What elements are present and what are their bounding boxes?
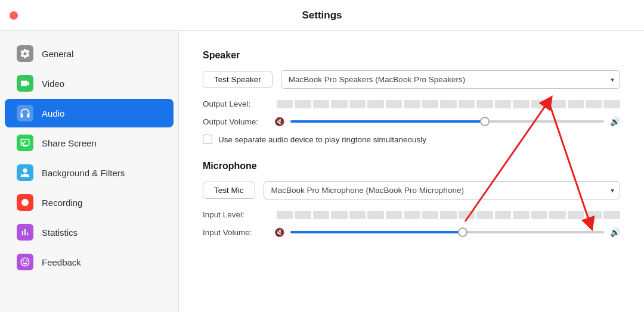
sidebar-item-video[interactable]: Video (5, 69, 174, 98)
level-bar (549, 100, 565, 108)
volume-low-icon: 🔇 (274, 117, 284, 126)
speaker-section: Speaker Test Speaker MacBook Pro Speaker… (203, 50, 620, 144)
speaker-section-title: Speaker (203, 50, 620, 61)
mic-select[interactable]: MacBook Pro Microphone (MacBook Pro Micr… (264, 181, 620, 199)
page-title: Settings (302, 10, 342, 21)
main-content: General Video Audio Share Screen (0, 31, 644, 312)
level-bar (603, 211, 620, 219)
input-volume-label: Input Volume: (203, 228, 268, 237)
level-bar (513, 100, 529, 108)
level-bar (549, 211, 565, 219)
sidebar-item-label: Recording (42, 198, 82, 208)
level-bar (586, 100, 602, 108)
svg-point-0 (21, 199, 29, 206)
sidebar-item-background[interactable]: Background & Filters (5, 158, 174, 187)
sidebar-item-label: Feedback (42, 257, 81, 267)
output-level-row: Output Level: (203, 99, 620, 108)
level-bar (603, 100, 620, 108)
input-volume-slider[interactable] (290, 231, 604, 233)
ringtone-checkbox[interactable] (203, 135, 212, 144)
sidebar: General Video Audio Share Screen (0, 31, 179, 312)
level-bar (476, 100, 493, 108)
level-bar (295, 100, 311, 108)
output-volume-thumb[interactable] (480, 117, 490, 126)
output-volume-row: Output Volume: 🔇 🔊 (203, 117, 620, 126)
level-bar (422, 211, 438, 219)
sidebar-item-label: Audio (42, 108, 64, 118)
headphones-icon (17, 105, 33, 121)
level-bar (440, 100, 456, 108)
close-button[interactable] (10, 11, 18, 20)
settings-panel: Speaker Test Speaker MacBook Pro Speaker… (179, 31, 644, 312)
mic-select-wrapper: MacBook Pro Microphone (MacBook Pro Micr… (264, 181, 620, 199)
level-bar (349, 211, 366, 219)
sidebar-item-audio[interactable]: Audio (5, 99, 174, 127)
output-level-bars (277, 100, 620, 108)
level-bar (367, 100, 383, 108)
level-bar (404, 100, 420, 108)
level-bar (513, 211, 529, 219)
level-bar (349, 100, 366, 108)
microphone-section: Microphone Test Mic MacBook Pro Micropho… (203, 161, 620, 237)
level-bar (386, 100, 402, 108)
level-bar (568, 211, 584, 219)
sidebar-item-share[interactable]: Share Screen (5, 129, 174, 157)
level-bar (476, 211, 493, 219)
sidebar-item-label: Share Screen (42, 138, 97, 148)
level-bar (459, 211, 475, 219)
input-volume-fill (290, 231, 463, 233)
level-bar (277, 211, 293, 219)
background-icon (17, 164, 33, 181)
level-bar (459, 100, 475, 108)
feedback-icon (17, 254, 33, 270)
speaker-device-row: Test Speaker MacBook Pro Speakers (MacBo… (203, 70, 620, 89)
level-bar (331, 211, 347, 219)
video-icon (17, 75, 33, 92)
output-level-label: Output Level: (203, 99, 268, 108)
level-bar (495, 211, 511, 219)
volume-high-icon: 🔊 (610, 117, 620, 126)
level-bar (313, 211, 329, 219)
level-bar (531, 100, 547, 108)
level-bar (367, 211, 383, 219)
sidebar-item-label: Statistics (42, 227, 78, 238)
statistics-icon (17, 224, 33, 241)
sidebar-item-label: General (42, 49, 73, 59)
title-bar: Settings (0, 0, 644, 31)
input-volume-row: Input Volume: 🔇 🔊 (203, 227, 620, 237)
speaker-select[interactable]: MacBook Pro Speakers (MacBook Pro Speake… (281, 70, 620, 89)
ringtone-checkbox-label: Use separate audio device to play ringto… (218, 135, 426, 144)
test-mic-button[interactable]: Test Mic (203, 182, 255, 199)
level-bar (422, 100, 438, 108)
sidebar-item-feedback[interactable]: Feedback (5, 248, 174, 276)
output-volume-fill (290, 120, 485, 123)
input-volume-thumb[interactable] (458, 227, 467, 237)
level-bar (440, 211, 456, 219)
sidebar-item-label: Video (42, 79, 64, 89)
volume-high-icon-mic: 🔊 (610, 227, 620, 237)
level-bar (313, 100, 329, 108)
level-bar (277, 100, 293, 108)
level-bar (495, 100, 511, 108)
sidebar-item-recording[interactable]: Recording (5, 188, 174, 217)
output-volume-label: Output Volume: (203, 117, 268, 126)
level-bar (331, 100, 347, 108)
sidebar-item-label: Background & Filters (42, 168, 125, 178)
input-level-bars (277, 211, 620, 219)
ringtone-checkbox-row[interactable]: Use separate audio device to play ringto… (203, 135, 620, 144)
gear-icon (17, 45, 33, 62)
level-bar (586, 211, 602, 219)
level-bar (568, 100, 584, 108)
test-speaker-button[interactable]: Test Speaker (203, 71, 273, 88)
input-level-row: Input Level: (203, 210, 620, 219)
input-level-label: Input Level: (203, 210, 268, 219)
speaker-select-wrapper: MacBook Pro Speakers (MacBook Pro Speake… (281, 70, 620, 89)
level-bar (404, 211, 420, 219)
level-bar (295, 211, 311, 219)
sidebar-item-general[interactable]: General (5, 39, 174, 68)
mic-device-row: Test Mic MacBook Pro Microphone (MacBook… (203, 181, 620, 199)
level-bar (531, 211, 547, 219)
output-volume-slider[interactable] (290, 120, 604, 123)
mic-section-title: Microphone (203, 161, 620, 171)
sidebar-item-statistics[interactable]: Statistics (5, 218, 174, 247)
